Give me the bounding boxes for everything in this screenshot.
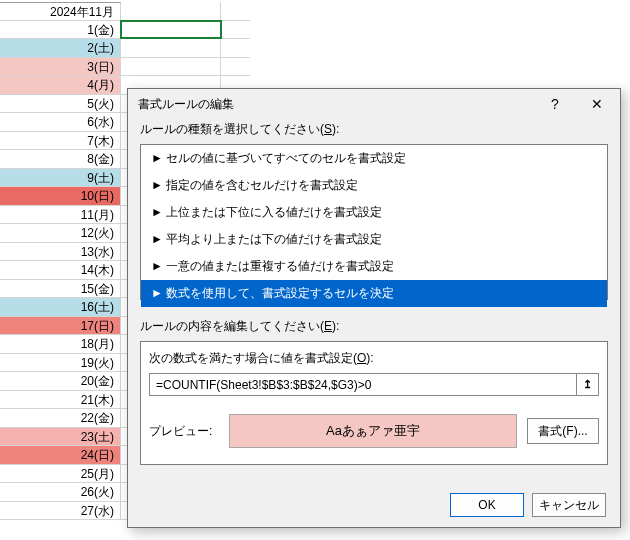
date-cell[interactable]: 4(月) (0, 76, 121, 94)
rule-type-item-label: 一意の値または重複する値だけを書式設定 (163, 259, 394, 273)
preview-row: プレビュー: Aaあぁアァ亜宇 書式(F)... (149, 414, 599, 448)
edit-formatting-rule-dialog: 書式ルールの編集 ? ✕ ルールの種類を選択してください(S): ► セルの値に… (127, 88, 621, 528)
rule-type-label-pre: ルールの種類を選択してください( (140, 122, 324, 136)
date-cell[interactable]: 27(水) (0, 502, 121, 520)
dialog-buttons: OK キャンセル (128, 483, 620, 527)
date-cell[interactable]: 6(水) (0, 113, 121, 131)
date-cell[interactable]: 5(火) (0, 95, 121, 113)
rule-edit-label-pre: ルールの内容を編集してください( (140, 319, 324, 333)
rule-type-item[interactable]: ► 数式を使用して、書式設定するセルを決定 (141, 280, 607, 307)
date-cell[interactable]: 25(月) (0, 465, 121, 483)
date-row: 1(金) (0, 21, 250, 40)
date-cell[interactable]: 17(日) (0, 317, 121, 335)
date-cell[interactable]: 23(土) (0, 428, 121, 446)
help-button[interactable]: ? (534, 90, 576, 118)
date-row: 2(土) (0, 39, 250, 58)
value-cell[interactable] (121, 58, 221, 76)
date-cell[interactable]: 19(火) (0, 354, 121, 372)
collapse-icon: ↥ (583, 378, 592, 391)
date-cell[interactable]: 7(木) (0, 132, 121, 150)
dialog-titlebar: 書式ルールの編集 ? ✕ (128, 89, 620, 119)
rule-edit-key: E (324, 319, 332, 333)
date-cell[interactable]: 11(月) (0, 206, 121, 224)
date-cell[interactable]: 2(土) (0, 39, 121, 57)
rule-type-item-label: 平均より上または下の値だけを書式設定 (163, 232, 382, 246)
format-button[interactable]: 書式(F)... (527, 418, 599, 444)
value-cell[interactable] (121, 21, 221, 39)
arrow-icon: ► (151, 151, 163, 165)
date-cell[interactable]: 14(木) (0, 261, 121, 279)
date-cell[interactable]: 22(金) (0, 409, 121, 427)
rule-content-box: 次の数式を満たす場合に値を書式設定(O): ↥ プレビュー: Aaあぁアァ亜宇 … (140, 341, 608, 465)
rule-type-item[interactable]: ► セルの値に基づいてすべてのセルを書式設定 (141, 145, 607, 172)
formula-label: 次の数式を満たす場合に値を書式設定(O): (149, 350, 599, 367)
rule-edit-label: ルールの内容を編集してください(E): (140, 318, 608, 335)
collapse-dialog-button[interactable]: ↥ (577, 373, 599, 396)
formula-key: O (357, 351, 366, 365)
rule-type-item[interactable]: ► 上位または下位に入る値だけを書式設定 (141, 199, 607, 226)
rule-type-list[interactable]: ► セルの値に基づいてすべてのセルを書式設定► 指定の値を含むセルだけを書式設定… (140, 144, 608, 300)
rule-type-item[interactable]: ► 指定の値を含むセルだけを書式設定 (141, 172, 607, 199)
date-cell[interactable]: 8(金) (0, 150, 121, 168)
arrow-icon: ► (151, 232, 163, 246)
cancel-button[interactable]: キャンセル (532, 493, 606, 517)
date-cell[interactable]: 1(金) (0, 21, 121, 39)
date-cell[interactable]: 9(土) (0, 169, 121, 187)
formula-input[interactable] (149, 373, 577, 396)
arrow-icon: ► (151, 259, 163, 273)
formula-label-post: ): (366, 351, 373, 365)
date-cell[interactable]: 26(火) (0, 483, 121, 501)
date-cell[interactable]: 10(日) (0, 187, 121, 205)
preview-label: プレビュー: (149, 423, 219, 440)
rule-type-item[interactable]: ► 平均より上または下の値だけを書式設定 (141, 226, 607, 253)
arrow-icon: ► (151, 178, 163, 192)
date-cell[interactable]: 18(月) (0, 335, 121, 353)
date-cell[interactable]: 13(水) (0, 243, 121, 261)
dialog-body: ルールの種類を選択してください(S): ► セルの値に基づいてすべてのセルを書式… (128, 119, 620, 483)
rule-type-label: ルールの種類を選択してください(S): (140, 121, 608, 138)
formula-label-pre: 次の数式を満たす場合に値を書式設定( (149, 351, 357, 365)
rule-edit-label-post: ): (332, 319, 339, 333)
date-cell[interactable]: 24(日) (0, 446, 121, 464)
preview-sample: Aaあぁアァ亜宇 (229, 414, 517, 448)
month-header-blank[interactable] (121, 2, 221, 20)
arrow-icon: ► (151, 286, 163, 300)
arrow-icon: ► (151, 205, 163, 219)
date-row: 3(日) (0, 58, 250, 77)
date-cell[interactable]: 16(土) (0, 298, 121, 316)
ok-button[interactable]: OK (450, 493, 524, 517)
date-cell[interactable]: 15(金) (0, 280, 121, 298)
close-button[interactable]: ✕ (576, 90, 618, 118)
date-cell[interactable]: 20(金) (0, 372, 121, 390)
month-header-row: 2024年11月 (0, 2, 250, 21)
rule-type-item[interactable]: ► 一意の値または重複する値だけを書式設定 (141, 253, 607, 280)
dialog-title: 書式ルールの編集 (138, 96, 534, 113)
formula-input-row: ↥ (149, 373, 599, 396)
month-header-cell[interactable]: 2024年11月 (0, 2, 121, 20)
rule-type-item-label: 上位または下位に入る値だけを書式設定 (163, 205, 382, 219)
value-cell[interactable] (121, 39, 221, 57)
rule-type-label-post: ): (332, 122, 339, 136)
rule-type-key: S (324, 122, 332, 136)
date-cell[interactable]: 12(火) (0, 224, 121, 242)
date-cell[interactable]: 21(木) (0, 391, 121, 409)
date-cell[interactable]: 3(日) (0, 58, 121, 76)
rule-type-item-label: 数式を使用して、書式設定するセルを決定 (163, 286, 394, 300)
format-button-label: 書式(F)... (538, 423, 587, 440)
rule-type-item-label: セルの値に基づいてすべてのセルを書式設定 (163, 151, 406, 165)
rule-type-item-label: 指定の値を含むセルだけを書式設定 (163, 178, 358, 192)
